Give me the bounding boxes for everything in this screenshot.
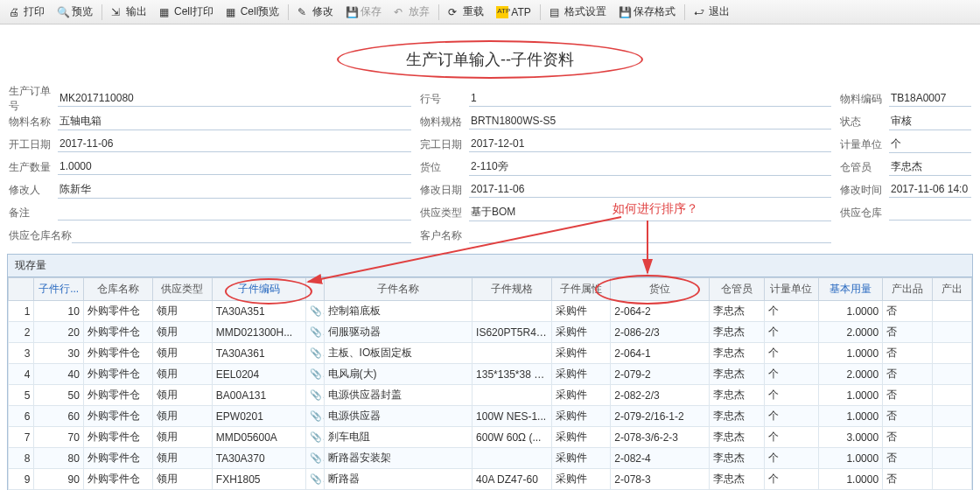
field-remark[interactable] bbox=[58, 205, 411, 220]
cell-preview-button[interactable]: ▦Cell预览 bbox=[220, 2, 285, 22]
cell-rowno: 4 bbox=[9, 364, 34, 385]
col-loc[interactable]: 货位 bbox=[611, 278, 710, 301]
annotation-sort-question: 如何进行排序？ bbox=[612, 201, 698, 217]
field-keeper[interactable]: 李忠杰 bbox=[889, 158, 971, 176]
field-mat-spec[interactable]: BRTN1800WS-S5 bbox=[469, 114, 831, 130]
cell-rowno: 9 bbox=[9, 469, 34, 490]
col-base-qty[interactable]: 基本用量 bbox=[818, 278, 882, 301]
col-supply-type[interactable]: 供应类型 bbox=[153, 278, 213, 301]
cell-wh: 外购零件仓 bbox=[83, 301, 152, 322]
cell-prod-out bbox=[932, 448, 971, 469]
paperclip-icon[interactable]: 📎 bbox=[306, 343, 324, 364]
field-modify-date[interactable]: 2017-11-06 bbox=[469, 182, 831, 198]
field-status[interactable]: 审核 bbox=[889, 113, 971, 130]
col-keeper[interactable]: 仓管员 bbox=[710, 278, 764, 301]
cell-supply-type: 领用 bbox=[153, 448, 213, 469]
cell-rowno: 5 bbox=[9, 385, 34, 406]
field-mat-code[interactable]: TB18A0007 bbox=[889, 91, 971, 107]
field-uom[interactable]: 个 bbox=[889, 136, 971, 153]
cell-rowno: 6 bbox=[9, 406, 34, 427]
field-finish-date[interactable]: 2017-12-01 bbox=[469, 136, 831, 152]
reload-button[interactable]: ⟳重载 bbox=[443, 2, 489, 22]
revoke-button[interactable]: ↶放弃 bbox=[388, 2, 435, 22]
col-output[interactable]: 产出品 bbox=[883, 278, 933, 301]
field-loc[interactable]: 2-110旁 bbox=[469, 158, 831, 176]
undo-icon: ↶ bbox=[394, 6, 406, 18]
paperclip-icon[interactable]: 📎 bbox=[306, 448, 324, 469]
cell-keeper: 李忠杰 bbox=[710, 427, 764, 448]
atp-button[interactable]: ATPATP bbox=[491, 4, 536, 21]
table-row[interactable]: 330外购零件仓领用TA30A361📎主板、IO板固定板采购件2-064-1李忠… bbox=[9, 343, 972, 364]
toolbar: 🖨打印 🔍预览 ⇲输出 ▦Cell打印 ▦Cell预览 ✎修改 💾保存 ↶放弃 … bbox=[0, 0, 980, 24]
table-row[interactable]: 440外购零件仓领用EEL0204📎电风扇(大)135*135*38 2...采… bbox=[9, 364, 972, 385]
field-modifier[interactable]: 陈新华 bbox=[58, 181, 411, 199]
cell-child-line: 80 bbox=[34, 448, 84, 469]
pencil-icon: ✎ bbox=[298, 6, 310, 18]
field-cust-name[interactable] bbox=[469, 228, 831, 243]
col-prod-out[interactable]: 产出 bbox=[932, 278, 971, 301]
cell-child-name: 控制箱底板 bbox=[324, 301, 472, 322]
cell-child-code: MMD021300H... bbox=[212, 322, 305, 343]
cell-loc: 2-079-2 bbox=[611, 364, 710, 385]
cell-rowno: 1 bbox=[9, 301, 34, 322]
paperclip-icon[interactable]: 📎 bbox=[306, 406, 324, 427]
output-button[interactable]: ⇲输出 bbox=[106, 2, 152, 22]
preview-button[interactable]: 🔍预览 bbox=[52, 2, 98, 22]
field-mat-name[interactable]: 五轴电箱 bbox=[58, 113, 411, 130]
cell-uom: 个 bbox=[764, 301, 818, 322]
exit-button[interactable]: ⮐退出 bbox=[689, 2, 735, 22]
col-child-code[interactable]: 子件编码 bbox=[212, 278, 305, 301]
cell-output: 否 bbox=[883, 385, 933, 406]
modify-button[interactable]: ✎修改 bbox=[292, 2, 339, 22]
label-uom: 计量单位 bbox=[840, 137, 889, 152]
cell-keeper: 李忠杰 bbox=[710, 301, 764, 322]
table-row[interactable]: 550外购零件仓领用BA00A131📎电源供应器封盖采购件2-082-2/3李忠… bbox=[9, 385, 972, 406]
col-child-attr[interactable]: 子件属性 bbox=[551, 278, 611, 301]
grid-tab-stock[interactable]: 现存量 bbox=[8, 255, 972, 277]
table-row[interactable]: 660外购零件仓领用EPW0201📎电源供应器100W NES-1...采购件2… bbox=[9, 406, 972, 427]
cell-keeper: 李忠杰 bbox=[710, 343, 764, 364]
paperclip-icon[interactable]: 📎 bbox=[306, 469, 324, 490]
table-row[interactable]: 990外购零件仓领用FXH1805📎断路器40A DZ47-60采购件2-078… bbox=[9, 469, 972, 490]
col-child-name[interactable]: 子件名称 bbox=[324, 278, 472, 301]
cell-child-line: 40 bbox=[34, 364, 84, 385]
field-start-date[interactable]: 2017-11-06 bbox=[58, 136, 411, 152]
col-rowno[interactable] bbox=[9, 278, 34, 301]
table-row[interactable]: 880外购零件仓领用TA30A370📎断路器安装架采购件2-082-4李忠杰个1… bbox=[9, 448, 972, 469]
col-child-line[interactable]: 子件行... bbox=[34, 278, 84, 301]
cell-output: 否 bbox=[883, 448, 933, 469]
field-supply-wh[interactable] bbox=[889, 205, 971, 220]
paperclip-icon[interactable]: 📎 bbox=[306, 301, 324, 322]
cell-output: 否 bbox=[883, 427, 933, 448]
col-clip[interactable] bbox=[306, 278, 324, 301]
field-prod-order-no[interactable]: MK2017110080 bbox=[58, 91, 411, 107]
cell-wh: 外购零件仓 bbox=[83, 406, 152, 427]
cell-print-button[interactable]: ▦Cell打印 bbox=[154, 2, 219, 22]
print-button[interactable]: 🖨打印 bbox=[4, 2, 50, 22]
save-button[interactable]: 💾保存 bbox=[340, 2, 387, 22]
cell-keeper: 李忠杰 bbox=[710, 469, 764, 490]
field-modify-time[interactable]: 2017-11-06 14:0 bbox=[889, 182, 971, 198]
cell-supply-type: 领用 bbox=[153, 322, 213, 343]
cell-child-attr: 采购件 bbox=[551, 448, 611, 469]
table-row[interactable]: 770外购零件仓领用MMD05600A📎刹车电阻600W 60Ω (...采购件… bbox=[9, 427, 972, 448]
cell-child-attr: 采购件 bbox=[551, 301, 611, 322]
cell-child-attr: 采购件 bbox=[551, 322, 611, 343]
field-supply-wh-name[interactable] bbox=[72, 228, 411, 243]
table-row[interactable]: 110外购零件仓领用TA30A351📎控制箱底板采购件2-064-2李忠杰个1.… bbox=[9, 301, 972, 322]
col-child-spec[interactable]: 子件规格 bbox=[472, 278, 551, 301]
paperclip-icon[interactable]: 📎 bbox=[306, 427, 324, 448]
field-line-no[interactable]: 1 bbox=[469, 91, 831, 107]
paperclip-icon[interactable]: 📎 bbox=[306, 322, 324, 343]
cell-base-qty: 2.0000 bbox=[818, 322, 882, 343]
paperclip-icon[interactable]: 📎 bbox=[306, 385, 324, 406]
save-format-button[interactable]: 💾保存格式 bbox=[613, 2, 681, 22]
format-set-button[interactable]: ▤格式设置 bbox=[544, 2, 612, 22]
field-prod-qty[interactable]: 1.0000 bbox=[58, 159, 411, 175]
cell-uom: 个 bbox=[764, 322, 818, 343]
col-wh-name[interactable]: 仓库名称 bbox=[83, 278, 152, 301]
col-uom[interactable]: 计量单位 bbox=[764, 278, 818, 301]
paperclip-icon[interactable]: 📎 bbox=[306, 364, 324, 385]
table-row[interactable]: 220外购零件仓领用MMD021300H...📎伺服驱动器IS620PT5R4I… bbox=[9, 322, 972, 343]
cell-base-qty: 3.0000 bbox=[818, 427, 882, 448]
